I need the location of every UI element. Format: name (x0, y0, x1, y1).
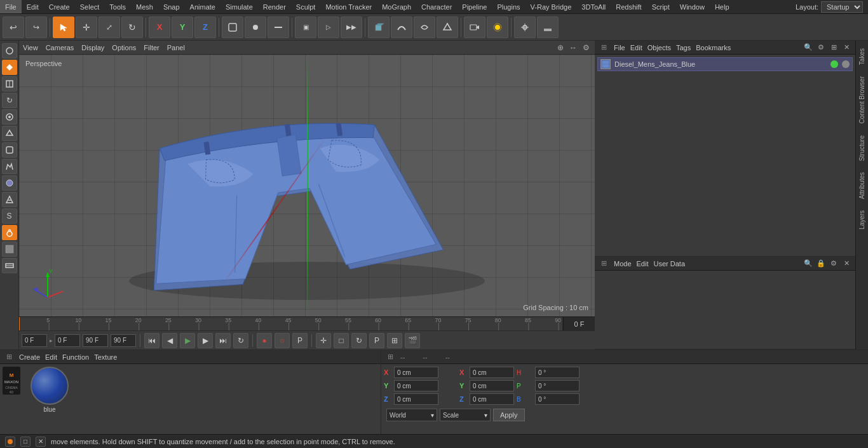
axis-z-button[interactable]: Z (194, 17, 216, 38)
objects-menu-edit[interactable]: Edit (630, 44, 642, 51)
menu-select[interactable]: Select (75, 0, 105, 13)
coord-p-rot[interactable]: 0 ° (535, 380, 580, 391)
left-tool-1[interactable] (2, 43, 17, 58)
left-tool-4[interactable]: ↻ (2, 93, 17, 108)
object-row-jeans[interactable]: Diesel_Mens_Jeans_Blue (597, 57, 853, 71)
apply-button[interactable]: Apply (493, 409, 525, 421)
status-indicator-2[interactable]: □ (20, 437, 31, 447)
snap-tool-button[interactable] (514, 17, 536, 38)
left-tool-13[interactable] (2, 241, 17, 257)
play-button[interactable]: ▶ (180, 333, 195, 348)
menu-plugins[interactable]: Plugins (492, 0, 525, 13)
viewport-menu-options[interactable]: Options (112, 44, 136, 51)
tab-structure[interactable]: Structure (857, 130, 867, 166)
objects-menu-bookmarks[interactable]: Bookmarks (696, 44, 731, 51)
go-start-button[interactable]: ⏮ (144, 333, 159, 348)
left-tool-9[interactable] (2, 175, 17, 191)
tab-attributes[interactable]: Attributes (857, 167, 867, 204)
nurbs-tool-button[interactable] (414, 17, 435, 38)
render-active-button[interactable]: ▷ (318, 17, 339, 38)
axis-y-button[interactable]: Y (172, 17, 193, 38)
left-tool-5[interactable] (2, 109, 17, 125)
attr-close-icon[interactable]: ✕ (841, 259, 851, 269)
obj-expand-icon[interactable]: ⊞ (829, 43, 839, 53)
timeline-frame-display[interactable]: 0 F (563, 317, 595, 330)
obj-config-icon[interactable]: ⚙ (816, 43, 826, 53)
menu-character[interactable]: Character (416, 0, 457, 13)
material-menu-edit[interactable]: Edit (45, 353, 57, 361)
material-thumbnail-blue[interactable] (31, 367, 69, 405)
cube-tool-button[interactable] (368, 17, 390, 38)
objects-menu-file[interactable]: File (614, 44, 625, 51)
prev-frame-button[interactable]: ◀ (162, 333, 177, 348)
menu-vray[interactable]: V-Ray Bridge (526, 0, 577, 13)
menu-script[interactable]: Script (647, 0, 675, 13)
menu-mesh[interactable]: Mesh (131, 0, 158, 13)
end-frame-field2[interactable]: 90 F (111, 334, 136, 347)
camera-tool-button[interactable] (464, 17, 485, 38)
redo-button[interactable]: ↪ (25, 17, 47, 38)
coord-h-rot[interactable]: 0 ° (535, 367, 580, 378)
coord-z-size[interactable]: 0 cm (470, 393, 514, 405)
attr-search-icon[interactable]: 🔍 (803, 259, 813, 269)
left-tool-12[interactable] (2, 225, 17, 240)
coord-x-size[interactable]: 0 cm (470, 367, 514, 378)
left-tool-8[interactable] (2, 159, 17, 174)
deformer-tool-button[interactable] (437, 17, 458, 38)
left-tool-14[interactable] (2, 258, 17, 273)
menu-render[interactable]: Render (258, 0, 291, 13)
vp-tool-3[interactable]: ↻ (351, 333, 367, 348)
coord-x-pos[interactable]: 0 cm (394, 367, 438, 378)
material-menu-create[interactable]: Create (19, 353, 40, 361)
object-mode-button[interactable] (222, 17, 243, 38)
left-tool-2[interactable] (2, 60, 17, 75)
status-indicator-1[interactable] (5, 437, 15, 447)
menu-tools[interactable]: Tools (104, 0, 131, 13)
vp-tool-1[interactable]: ✛ (316, 333, 331, 348)
left-tool-10[interactable] (2, 192, 17, 207)
viewport-icon-maximize[interactable]: ⊕ (555, 43, 566, 53)
go-end-button[interactable]: ⏭ (215, 333, 231, 348)
viewport-icon-link[interactable]: ↔ (568, 43, 578, 53)
move-tool-button[interactable]: ✛ (76, 17, 97, 38)
menu-file[interactable]: File (0, 0, 22, 13)
vp-tool-4[interactable]: P (369, 333, 384, 348)
viewport-menu-view[interactable]: View (23, 44, 38, 51)
menu-motion-tracker[interactable]: Motion Tracker (320, 0, 377, 13)
menu-pipeline[interactable]: Pipeline (457, 0, 492, 13)
loop-button[interactable]: ↻ (233, 333, 248, 348)
object-visibility-dot[interactable] (831, 60, 838, 68)
record-button[interactable]: ● (257, 333, 272, 348)
material-menu-texture[interactable]: Texture (94, 353, 117, 361)
menu-mograph[interactable]: MoGraph (377, 0, 416, 13)
left-tool-7[interactable] (2, 142, 17, 158)
menu-animate[interactable]: Animate (185, 0, 220, 13)
viewport-menu-filter[interactable]: Filter (144, 44, 159, 51)
menu-window[interactable]: Window (675, 0, 710, 13)
current-frame-field[interactable]: 0 F (55, 334, 80, 347)
menu-create[interactable]: Create (44, 0, 75, 13)
menu-3dtoall[interactable]: 3DToAll (576, 0, 611, 13)
menu-help[interactable]: Help (710, 0, 735, 13)
scale-tool-button[interactable]: ⤢ (98, 17, 120, 38)
attributes-menu-mode[interactable]: Mode (614, 260, 632, 268)
autokey-button[interactable]: P (292, 333, 308, 348)
viewport-menu-display[interactable]: Display (81, 44, 104, 51)
edge-mode-button[interactable] (268, 17, 289, 38)
viewport-3d[interactable]: Perspective Grid Spacing : 10 cm (19, 55, 595, 316)
next-frame-button[interactable]: ▶ (198, 333, 213, 348)
world-dropdown[interactable]: World ▾ (386, 409, 437, 421)
viewport-icon-settings[interactable]: ⚙ (581, 43, 591, 53)
vp-tool-6[interactable]: 🎬 (405, 333, 420, 348)
end-frame-field[interactable]: 90 F (83, 334, 108, 347)
tab-takes[interactable]: Takes (857, 43, 867, 70)
menu-simulate[interactable]: Simulate (220, 0, 258, 13)
obj-search-icon[interactable]: 🔍 (803, 43, 813, 53)
point-mode-button[interactable] (245, 17, 266, 38)
attr-lock-icon[interactable]: 🔒 (816, 259, 826, 269)
left-tool-3[interactable] (2, 76, 17, 92)
layout-dropdown[interactable]: Startup (821, 1, 863, 13)
vp-tool-2[interactable]: □ (334, 333, 349, 348)
material-menu-function[interactable]: Function (62, 353, 89, 361)
objects-menu-tags[interactable]: Tags (676, 44, 691, 51)
